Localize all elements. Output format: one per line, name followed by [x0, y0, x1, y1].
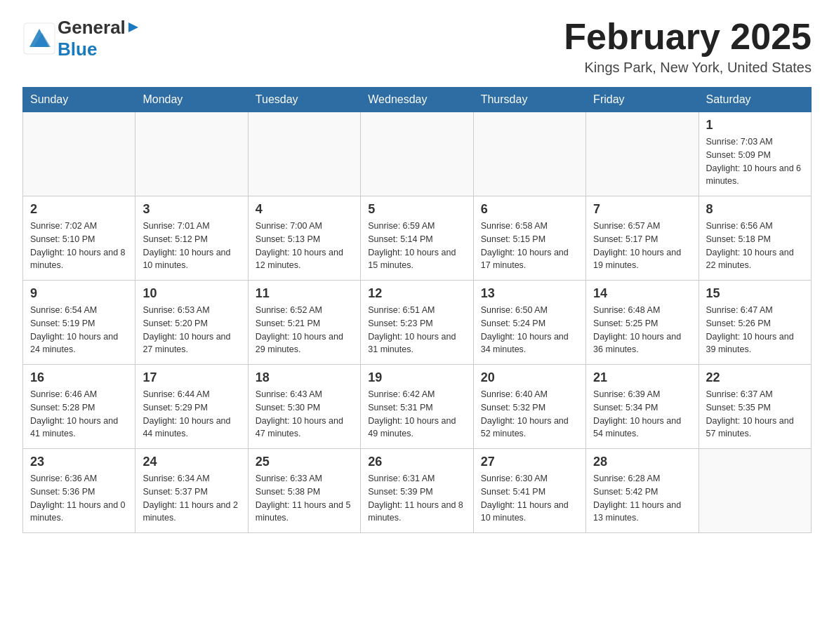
calendar-cell: 10Sunrise: 6:53 AM Sunset: 5:20 PM Dayli…	[135, 281, 248, 365]
calendar-week-row: 1Sunrise: 7:03 AM Sunset: 5:09 PM Daylig…	[23, 112, 812, 196]
day-number: 12	[368, 286, 465, 301]
day-info: Sunrise: 6:39 AM Sunset: 5:34 PM Dayligh…	[593, 388, 691, 441]
day-info: Sunrise: 6:50 AM Sunset: 5:24 PM Dayligh…	[481, 304, 578, 356]
day-number: 16	[30, 370, 128, 385]
calendar-cell: 25Sunrise: 6:33 AM Sunset: 5:38 PM Dayli…	[248, 449, 360, 533]
calendar-cell: 21Sunrise: 6:39 AM Sunset: 5:34 PM Dayli…	[586, 365, 699, 449]
day-info: Sunrise: 6:51 AM Sunset: 5:23 PM Dayligh…	[368, 304, 465, 356]
calendar-cell	[23, 112, 135, 196]
day-info: Sunrise: 6:34 AM Sunset: 5:37 PM Dayligh…	[143, 472, 240, 525]
calendar-cell: 1Sunrise: 7:03 AM Sunset: 5:09 PM Daylig…	[699, 112, 811, 196]
calendar-table: SundayMondayTuesdayWednesdayThursdayFrid…	[22, 87, 812, 533]
calendar-cell: 22Sunrise: 6:37 AM Sunset: 5:35 PM Dayli…	[699, 365, 811, 449]
weekday-header-row: SundayMondayTuesdayWednesdayThursdayFrid…	[23, 88, 812, 112]
calendar-cell	[135, 112, 248, 196]
day-info: Sunrise: 6:48 AM Sunset: 5:25 PM Dayligh…	[593, 304, 691, 356]
calendar-cell: 13Sunrise: 6:50 AM Sunset: 5:24 PM Dayli…	[473, 281, 585, 365]
day-info: Sunrise: 7:02 AM Sunset: 5:10 PM Dayligh…	[30, 220, 128, 272]
day-number: 5	[368, 202, 465, 217]
day-info: Sunrise: 6:31 AM Sunset: 5:39 PM Dayligh…	[368, 472, 465, 525]
calendar-cell: 17Sunrise: 6:44 AM Sunset: 5:29 PM Dayli…	[135, 365, 248, 449]
day-info: Sunrise: 6:42 AM Sunset: 5:31 PM Dayligh…	[368, 388, 465, 441]
day-number: 8	[706, 202, 804, 217]
calendar-cell: 24Sunrise: 6:34 AM Sunset: 5:37 PM Dayli…	[135, 449, 248, 533]
svg-marker-3	[128, 22, 138, 32]
calendar-cell	[586, 112, 699, 196]
calendar-cell: 4Sunrise: 7:00 AM Sunset: 5:13 PM Daylig…	[248, 196, 360, 281]
day-number: 19	[368, 370, 465, 385]
day-number: 20	[481, 370, 578, 385]
calendar-cell: 9Sunrise: 6:54 AM Sunset: 5:19 PM Daylig…	[23, 281, 135, 365]
calendar-cell: 16Sunrise: 6:46 AM Sunset: 5:28 PM Dayli…	[23, 365, 135, 449]
day-number: 26	[368, 455, 465, 469]
calendar-cell: 11Sunrise: 6:52 AM Sunset: 5:21 PM Dayli…	[248, 281, 360, 365]
day-number: 2	[30, 202, 128, 217]
calendar-cell: 23Sunrise: 6:36 AM Sunset: 5:36 PM Dayli…	[23, 449, 135, 533]
day-info: Sunrise: 7:01 AM Sunset: 5:12 PM Dayligh…	[143, 220, 240, 272]
day-info: Sunrise: 7:03 AM Sunset: 5:09 PM Dayligh…	[706, 135, 804, 188]
day-info: Sunrise: 6:30 AM Sunset: 5:41 PM Dayligh…	[481, 472, 578, 525]
day-number: 7	[593, 202, 691, 217]
calendar-cell	[699, 449, 811, 533]
calendar-cell: 14Sunrise: 6:48 AM Sunset: 5:25 PM Dayli…	[586, 281, 699, 365]
calendar-cell: 28Sunrise: 6:28 AM Sunset: 5:42 PM Dayli…	[586, 449, 699, 533]
calendar-cell: 27Sunrise: 6:30 AM Sunset: 5:41 PM Dayli…	[473, 449, 585, 533]
day-number: 13	[481, 286, 578, 301]
day-info: Sunrise: 6:47 AM Sunset: 5:26 PM Dayligh…	[706, 304, 804, 356]
weekday-header-saturday: Saturday	[699, 88, 811, 112]
day-info: Sunrise: 6:56 AM Sunset: 5:18 PM Dayligh…	[706, 220, 804, 272]
day-number: 17	[143, 370, 240, 385]
day-info: Sunrise: 6:53 AM Sunset: 5:20 PM Dayligh…	[143, 304, 240, 356]
calendar-cell	[361, 112, 473, 196]
day-info: Sunrise: 6:44 AM Sunset: 5:29 PM Dayligh…	[143, 388, 240, 441]
day-info: Sunrise: 7:00 AM Sunset: 5:13 PM Dayligh…	[256, 220, 353, 272]
day-number: 28	[593, 455, 691, 469]
day-info: Sunrise: 6:28 AM Sunset: 5:42 PM Dayligh…	[593, 472, 691, 525]
calendar-cell: 20Sunrise: 6:40 AM Sunset: 5:32 PM Dayli…	[473, 365, 585, 449]
day-info: Sunrise: 6:52 AM Sunset: 5:21 PM Dayligh…	[256, 304, 353, 356]
calendar-week-row: 16Sunrise: 6:46 AM Sunset: 5:28 PM Dayli…	[23, 365, 812, 449]
day-info: Sunrise: 6:58 AM Sunset: 5:15 PM Dayligh…	[481, 220, 578, 272]
logo: General Blue	[22, 17, 140, 60]
logo-general-text: General	[58, 17, 126, 39]
page-header: General Blue February 2025 Kings Park, N…	[22, 17, 812, 76]
calendar-title-area: February 2025 Kings Park, New York, Unit…	[564, 17, 812, 76]
weekday-header-wednesday: Wednesday	[361, 88, 473, 112]
day-number: 27	[481, 455, 578, 469]
calendar-cell: 15Sunrise: 6:47 AM Sunset: 5:26 PM Dayli…	[699, 281, 811, 365]
weekday-header-monday: Monday	[135, 88, 248, 112]
calendar-cell: 7Sunrise: 6:57 AM Sunset: 5:17 PM Daylig…	[586, 196, 699, 281]
day-number: 23	[30, 455, 128, 469]
day-number: 21	[593, 370, 691, 385]
day-number: 22	[706, 370, 804, 385]
weekday-header-thursday: Thursday	[473, 88, 585, 112]
day-info: Sunrise: 6:57 AM Sunset: 5:17 PM Dayligh…	[593, 220, 691, 272]
day-info: Sunrise: 6:36 AM Sunset: 5:36 PM Dayligh…	[30, 472, 128, 525]
day-number: 9	[30, 286, 128, 301]
day-number: 14	[593, 286, 691, 301]
day-info: Sunrise: 6:33 AM Sunset: 5:38 PM Dayligh…	[256, 472, 353, 525]
calendar-cell: 5Sunrise: 6:59 AM Sunset: 5:14 PM Daylig…	[361, 196, 473, 281]
day-info: Sunrise: 6:54 AM Sunset: 5:19 PM Dayligh…	[30, 304, 128, 356]
calendar-cell: 18Sunrise: 6:43 AM Sunset: 5:30 PM Dayli…	[248, 365, 360, 449]
day-info: Sunrise: 6:46 AM Sunset: 5:28 PM Dayligh…	[30, 388, 128, 441]
day-info: Sunrise: 6:43 AM Sunset: 5:30 PM Dayligh…	[256, 388, 353, 441]
day-number: 11	[256, 286, 353, 301]
day-number: 3	[143, 202, 240, 217]
day-number: 4	[256, 202, 353, 217]
weekday-header-tuesday: Tuesday	[248, 88, 360, 112]
weekday-header-sunday: Sunday	[23, 88, 135, 112]
logo-icon	[22, 22, 56, 55]
calendar-cell: 3Sunrise: 7:01 AM Sunset: 5:12 PM Daylig…	[135, 196, 248, 281]
day-info: Sunrise: 6:59 AM Sunset: 5:14 PM Dayligh…	[368, 220, 465, 272]
logo-blue-text: Blue	[58, 39, 97, 60]
calendar-cell: 26Sunrise: 6:31 AM Sunset: 5:39 PM Dayli…	[361, 449, 473, 533]
calendar-week-row: 2Sunrise: 7:02 AM Sunset: 5:10 PM Daylig…	[23, 196, 812, 281]
day-number: 25	[256, 455, 353, 469]
day-number: 6	[481, 202, 578, 217]
day-number: 24	[143, 455, 240, 469]
calendar-cell: 8Sunrise: 6:56 AM Sunset: 5:18 PM Daylig…	[699, 196, 811, 281]
day-info: Sunrise: 6:40 AM Sunset: 5:32 PM Dayligh…	[481, 388, 578, 441]
month-title: February 2025	[564, 17, 812, 57]
day-info: Sunrise: 6:37 AM Sunset: 5:35 PM Dayligh…	[706, 388, 804, 441]
